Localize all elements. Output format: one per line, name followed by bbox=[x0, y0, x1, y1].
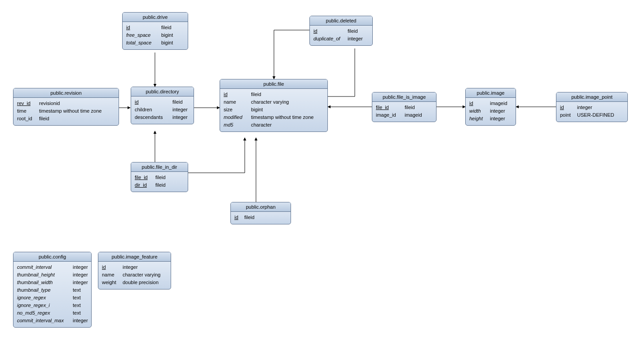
column-row: idfileid bbox=[126, 24, 184, 31]
column-name: total_space bbox=[126, 39, 159, 47]
table-columns: commit_intervalintegerthumbnail_heightin… bbox=[13, 262, 91, 327]
column-name: thumbnail_width bbox=[17, 279, 70, 286]
column-type: revisionid bbox=[39, 100, 60, 107]
column-type: character bbox=[251, 121, 272, 129]
column-name: duplicate_of bbox=[313, 35, 345, 43]
column-name: root_id bbox=[17, 115, 36, 123]
column-name: point bbox=[560, 111, 574, 119]
column-name: ignore_regex_i bbox=[17, 302, 70, 309]
column-name: descendants bbox=[135, 114, 170, 121]
column-type: character varying bbox=[123, 271, 160, 279]
column-row: thumbnail_heightinteger bbox=[17, 271, 88, 279]
column-name: name bbox=[102, 271, 120, 279]
table-title: public.file_is_image bbox=[372, 92, 436, 102]
column-row: md5character bbox=[224, 121, 324, 129]
column-type: fileid bbox=[172, 98, 183, 106]
column-type: integer bbox=[73, 263, 88, 271]
column-row: dir_idfileid bbox=[135, 181, 184, 189]
column-row: idimageid bbox=[469, 100, 512, 107]
column-name: dir_id bbox=[135, 181, 153, 189]
column-type: fileid bbox=[155, 181, 166, 189]
column-type: character varying bbox=[251, 98, 289, 106]
table-title: public.drive bbox=[123, 13, 188, 22]
column-row: free_spacebigint bbox=[126, 31, 184, 39]
table-image-feature[interactable]: public.image_feature idintegernamecharac… bbox=[98, 252, 171, 289]
column-row: no_md5_regextext bbox=[17, 309, 88, 317]
column-type: fileid bbox=[251, 91, 261, 98]
column-name: rev_id bbox=[17, 100, 36, 107]
table-file-in-dir[interactable]: public.file_in_dir file_idfileiddir_idfi… bbox=[131, 162, 188, 192]
column-row: rev_idrevisionid bbox=[17, 100, 115, 107]
column-type: timestamp without time zone bbox=[251, 114, 313, 121]
table-deleted[interactable]: public.deleted idfileidduplicate_ofinteg… bbox=[309, 16, 373, 46]
column-type: integer bbox=[490, 115, 505, 123]
column-row: namecharacter varying bbox=[102, 271, 167, 279]
table-config[interactable]: public.config commit_intervalintegerthum… bbox=[13, 252, 92, 328]
column-row: childreninteger bbox=[135, 106, 190, 114]
column-name: file_id bbox=[135, 174, 153, 181]
column-name: thumbnail_type bbox=[17, 286, 70, 294]
table-columns: file_idfileiddir_idfileid bbox=[131, 172, 188, 192]
column-type: integer bbox=[73, 317, 88, 324]
column-row: commit_intervalinteger bbox=[17, 263, 88, 271]
column-row: file_idfileid bbox=[135, 174, 184, 181]
column-name: id bbox=[126, 24, 159, 31]
table-columns: idfileidchildrenintegerdescendantsintege… bbox=[131, 96, 194, 124]
table-directory[interactable]: public.directory idfileidchildreninteger… bbox=[131, 87, 194, 124]
column-name: weight bbox=[102, 279, 120, 286]
column-row: image_idimageid bbox=[376, 111, 432, 119]
column-type: integer bbox=[73, 271, 88, 279]
column-row: widthinteger bbox=[469, 107, 512, 115]
column-row: namecharacter varying bbox=[224, 98, 324, 106]
table-drive[interactable]: public.drive idfileidfree_spacebiginttot… bbox=[122, 12, 188, 50]
table-file-is-image[interactable]: public.file_is_image file_idfileidimage_… bbox=[372, 92, 437, 122]
column-row: idinteger bbox=[560, 104, 624, 111]
column-name: thumbnail_height bbox=[17, 271, 70, 279]
table-title: public.deleted bbox=[310, 16, 372, 26]
column-row: idinteger bbox=[102, 263, 167, 271]
table-title: public.orphan bbox=[231, 202, 291, 212]
column-type: integer bbox=[73, 279, 88, 286]
column-row: idfileid bbox=[135, 98, 190, 106]
column-type: integer bbox=[577, 104, 592, 111]
column-type: text bbox=[73, 309, 81, 317]
column-type: integer bbox=[172, 114, 188, 121]
column-type: imageid bbox=[490, 100, 507, 107]
table-revision[interactable]: public.revision rev_idrevisionidtimetime… bbox=[13, 88, 119, 126]
column-type: integer bbox=[172, 106, 188, 114]
column-row: idfileid bbox=[224, 91, 324, 98]
column-name: file_id bbox=[376, 104, 402, 111]
table-orphan[interactable]: public.orphan idfileid bbox=[230, 202, 291, 224]
column-row: thumbnail_widthinteger bbox=[17, 279, 88, 286]
column-row: ignore_regex_itext bbox=[17, 302, 88, 309]
column-name: ignore_regex bbox=[17, 294, 70, 302]
table-columns: idintegernamecharacter varyingweightdoub… bbox=[98, 262, 171, 289]
column-name: time bbox=[17, 107, 36, 115]
table-image[interactable]: public.image idimageidwidthintegerheight… bbox=[465, 88, 516, 126]
column-row: pointUSER-DEFINED bbox=[560, 111, 624, 119]
column-type: USER-DEFINED bbox=[577, 111, 614, 119]
table-file[interactable]: public.file idfileidnamecharacter varyin… bbox=[220, 79, 328, 132]
column-type: double precision bbox=[123, 279, 159, 286]
column-type: fileid bbox=[161, 24, 172, 31]
column-name: id bbox=[560, 104, 574, 111]
column-row: timetimestamp without time zone bbox=[17, 107, 115, 115]
column-name: no_md5_regex bbox=[17, 309, 70, 317]
table-title: public.image_feature bbox=[98, 252, 171, 262]
column-type: timestamp without time zone bbox=[39, 107, 101, 115]
column-type: text bbox=[73, 294, 81, 302]
table-image-point[interactable]: public.image_point idintegerpointUSER-DE… bbox=[556, 92, 628, 122]
table-title: public.file bbox=[220, 79, 327, 89]
column-type: fileid bbox=[348, 27, 358, 35]
relationship-edges bbox=[0, 0, 644, 342]
column-type: fileid bbox=[405, 104, 415, 111]
column-name: commit_interval bbox=[17, 263, 70, 271]
column-type: fileid bbox=[155, 174, 166, 181]
column-row: weightdouble precision bbox=[102, 279, 167, 286]
column-type: text bbox=[73, 286, 81, 294]
column-type: bigint bbox=[161, 39, 173, 47]
column-row: thumbnail_typetext bbox=[17, 286, 88, 294]
table-title: public.config bbox=[13, 252, 91, 262]
table-columns: idfileid bbox=[231, 212, 291, 224]
column-name: md5 bbox=[224, 121, 248, 129]
